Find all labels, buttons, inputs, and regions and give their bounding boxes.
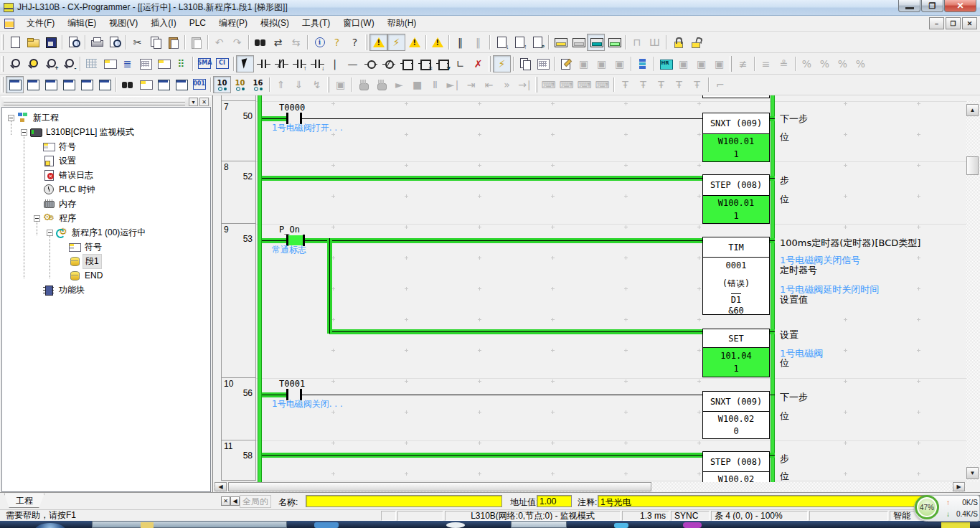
taskbar-app-4[interactable] bbox=[614, 523, 628, 528]
instruction3-button[interactable]: ▾ bbox=[433, 55, 451, 72]
resume-hand-button[interactable] bbox=[372, 76, 390, 93]
monitor-dec-button[interactable] bbox=[213, 76, 231, 93]
time-chart-button[interactable]: Ш bbox=[646, 34, 664, 51]
sim-to-end-button[interactable]: →∣ bbox=[516, 76, 534, 93]
rung-margin-10[interactable]: 1056 bbox=[221, 378, 256, 440]
instruction-button[interactable] bbox=[397, 55, 415, 72]
tree-item-符号[interactable]: 符号 bbox=[2, 139, 78, 154]
monitor-box-button[interactable] bbox=[154, 55, 172, 72]
horizontal-scroll-thumb[interactable] bbox=[228, 482, 651, 491]
window-watch-button[interactable] bbox=[42, 76, 60, 93]
go-online-gray-button[interactable]: ▣ bbox=[575, 55, 593, 72]
instruction-block-TIM[interactable]: TIM0001(错误)D1&60 bbox=[702, 237, 770, 315]
mdi-close-button[interactable]: ✕ bbox=[962, 17, 977, 29]
taskbar-app-1[interactable] bbox=[314, 522, 339, 528]
rung-margin-8[interactable]: 852 bbox=[221, 161, 256, 224]
save-button[interactable] bbox=[42, 34, 60, 51]
kb-1-button[interactable]: ⌨ bbox=[540, 76, 557, 93]
coil-button[interactable] bbox=[362, 55, 380, 72]
contact-dn-button[interactable]: ↓ bbox=[308, 55, 326, 72]
taskbar-app-2[interactable] bbox=[446, 522, 465, 528]
instruction-block-SNXT[interactable]: SNXT (009)W100.011 bbox=[702, 113, 770, 162]
rung-margin-11[interactable]: 1158 bbox=[221, 440, 256, 481]
clipboard-win-button[interactable] bbox=[154, 76, 172, 93]
dialog-win-button[interactable] bbox=[172, 76, 190, 93]
project-workspace-tab[interactable]: 工程 bbox=[4, 494, 44, 508]
pen-b-button[interactable]: % bbox=[816, 55, 834, 72]
sim-step-button[interactable]: ►∣ bbox=[444, 76, 462, 93]
t-4-button[interactable]: Ŧ bbox=[670, 76, 688, 93]
force-off-button[interactable]: ⇓ bbox=[290, 76, 308, 93]
send-changes-button[interactable] bbox=[516, 55, 534, 72]
sma-button[interactable] bbox=[195, 55, 213, 72]
hr-3-button[interactable]: ▣ bbox=[710, 55, 728, 72]
sim-run-fast-button[interactable]: » bbox=[498, 76, 516, 93]
coil-nc-button[interactable] bbox=[380, 55, 397, 72]
io-comment-button[interactable] bbox=[136, 55, 154, 72]
taskbar-active-app[interactable] bbox=[92, 521, 287, 528]
rung-margin-7[interactable]: 750 bbox=[221, 101, 256, 161]
sim-step-in-button[interactable]: ⇥ bbox=[462, 76, 480, 93]
paste-special-button[interactable] bbox=[187, 34, 205, 51]
menu-工具T[interactable]: 工具(T) bbox=[296, 16, 336, 31]
instruction-block-STEP[interactable]: STEP (008)W100.02 bbox=[702, 451, 770, 482]
close-button[interactable]: ✕ bbox=[944, 0, 976, 12]
sim-run-button[interactable]: ► bbox=[390, 76, 408, 93]
monitor-dec-signed-button[interactable] bbox=[231, 76, 249, 93]
address-value-field[interactable]: 1.00 bbox=[537, 495, 572, 507]
download-button[interactable]: ↓ bbox=[492, 34, 510, 51]
force-on-button[interactable]: ⇑ bbox=[272, 76, 290, 93]
undo-button[interactable]: ↶ bbox=[210, 34, 228, 51]
watch-close-button[interactable]: ✕ bbox=[221, 496, 230, 506]
open-button[interactable] bbox=[24, 34, 42, 51]
setvalue-button[interactable]: ▣ bbox=[331, 76, 349, 93]
help-button[interactable]: ? bbox=[328, 34, 346, 51]
zoom-in-button[interactable]: + bbox=[42, 55, 60, 72]
align-1-button[interactable]: ≡ bbox=[757, 55, 775, 72]
kb-4-button[interactable]: ⌨ bbox=[593, 76, 611, 93]
monitor-button[interactable] bbox=[587, 34, 605, 51]
menu-帮助H[interactable]: 帮助(H) bbox=[381, 16, 423, 31]
window-output-button[interactable] bbox=[24, 76, 42, 93]
delete-x-button[interactable]: ✗ bbox=[469, 55, 487, 72]
tree-item-功能块[interactable]: 功能块 bbox=[2, 283, 87, 297]
set-protect-button[interactable] bbox=[669, 34, 687, 51]
tree-panel-close-button[interactable]: ✕ bbox=[199, 98, 209, 106]
redo-button[interactable]: ↷ bbox=[228, 34, 246, 51]
replace-button[interactable]: ⇄ bbox=[269, 34, 287, 51]
network-speed-widget[interactable]: 47% ↑0K/S ↓0.4K/S bbox=[914, 495, 980, 522]
menu-编辑E[interactable]: 编辑(E) bbox=[61, 16, 103, 31]
t-1-button[interactable]: Ŧ bbox=[616, 76, 634, 93]
window-address-button[interactable] bbox=[77, 76, 95, 93]
upload-button[interactable]: ↑ bbox=[510, 34, 528, 51]
hr-2-button[interactable]: ▣ bbox=[692, 55, 710, 72]
force-cancel-button[interactable]: ↯ bbox=[308, 76, 326, 93]
find-error-button[interactable] bbox=[405, 34, 423, 51]
accept-gray-button[interactable]: ▣ bbox=[593, 55, 611, 72]
hr-monitor-button[interactable] bbox=[656, 55, 674, 72]
tree-item-L310B[CP1L] 监视模式[interactable]: L310B[CP1L] 监视模式 bbox=[2, 125, 136, 139]
menu-窗口W[interactable]: 窗口(W) bbox=[336, 16, 380, 31]
tree-item-PLC 时钟[interactable]: PLC 时钟 bbox=[2, 182, 98, 197]
find-in-project-button[interactable] bbox=[65, 34, 83, 51]
print-button[interactable] bbox=[88, 34, 105, 51]
work-online-button[interactable] bbox=[551, 34, 569, 51]
name-field[interactable] bbox=[306, 495, 502, 507]
monitor-pause-button[interactable] bbox=[605, 34, 623, 51]
contact-nc-button[interactable] bbox=[272, 55, 290, 72]
scroll-down-button[interactable]: ▼ bbox=[966, 467, 979, 479]
find-bit-button[interactable]: ⇆ bbox=[287, 34, 305, 51]
mdi-restore-button[interactable]: ❐ bbox=[946, 17, 961, 29]
instruction-block-STEP[interactable]: STEP (008)W100.011 bbox=[702, 174, 770, 224]
pause-monitor-button[interactable]: ‖ bbox=[451, 34, 469, 51]
ci-button[interactable] bbox=[213, 55, 231, 72]
watch-prev-button[interactable]: ◀ bbox=[230, 496, 240, 506]
tree-panel-menu-button[interactable]: ▾ bbox=[189, 98, 198, 106]
taskbar-app-3[interactable] bbox=[511, 521, 567, 528]
diff-monitor-button[interactable]: ⊓ bbox=[628, 34, 646, 51]
taskbar-app-5[interactable] bbox=[683, 522, 702, 528]
hr-1-button[interactable]: ▣ bbox=[674, 55, 692, 72]
show-tree-button[interactable]: ⠿ bbox=[172, 55, 190, 72]
rung-margin-9[interactable]: 953 bbox=[221, 224, 256, 378]
instruction-block-SNXT[interactable]: SNXT (009)W100.020 bbox=[702, 391, 770, 439]
